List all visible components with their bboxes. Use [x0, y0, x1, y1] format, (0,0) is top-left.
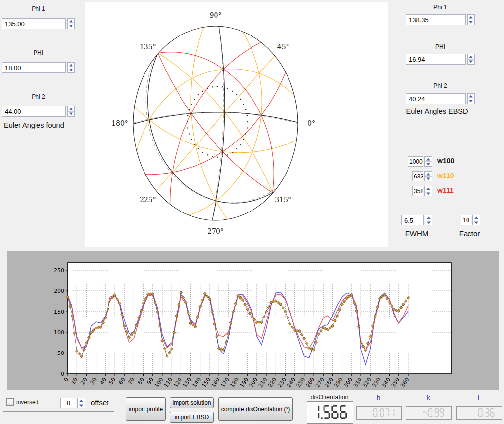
phi2-ebsd-spinbox: 40.24	[406, 93, 475, 104]
PHI-ebsd-value[interactable]: 16.94	[406, 54, 466, 65]
svg-text:180°: 180°	[111, 119, 128, 127]
svg-text:280: 280	[324, 376, 335, 389]
svg-text:340: 340	[380, 376, 392, 389]
spin-down-icon[interactable]	[68, 111, 74, 117]
svg-text:160: 160	[210, 376, 221, 389]
svg-text:290: 290	[333, 376, 344, 389]
svg-text:170: 170	[219, 376, 231, 389]
phi1-ebsd-value[interactable]: 138.35	[406, 14, 466, 25]
svg-text:110: 110	[163, 376, 174, 389]
w110-value[interactable]: 633	[412, 171, 423, 181]
inversed-checkbox[interactable]	[6, 398, 14, 406]
spin-down-icon[interactable]	[425, 161, 432, 166]
PHI-found-value[interactable]: 18.00	[2, 62, 66, 73]
phi2-ebsd-spin-buttons[interactable]	[467, 93, 475, 104]
spin-up-icon[interactable]	[468, 94, 474, 99]
pole-figure-svg: 0°45°90°135°180°225°270°315°	[85, 2, 388, 247]
phi1-ebsd-label: Phi 1	[406, 4, 475, 11]
spin-down-icon[interactable]	[468, 59, 474, 65]
svg-text:310: 310	[352, 376, 363, 389]
l-seven-segment	[457, 407, 501, 418]
spin-up-icon[interactable]	[473, 215, 480, 220]
svg-text:260: 260	[305, 376, 316, 389]
svg-text:50: 50	[108, 376, 117, 386]
spin-down-icon[interactable]	[78, 403, 85, 408]
k-display	[406, 406, 452, 420]
spin-down-icon[interactable]	[468, 20, 474, 25]
phi2-found-value[interactable]: 44.00	[2, 106, 66, 117]
w100-label: w100	[437, 157, 454, 165]
phi2-ebsd-value[interactable]: 40.24	[406, 93, 466, 104]
import-solution-button[interactable]: import solution	[170, 397, 214, 408]
spin-down-icon[interactable]	[473, 220, 480, 225]
offset-label: offset	[91, 398, 108, 407]
spin-down-icon[interactable]	[68, 68, 74, 73]
PHI-ebsd-spin-buttons[interactable]	[467, 54, 475, 65]
h-label: h	[356, 394, 401, 401]
k-label: k	[406, 394, 451, 401]
l-display	[456, 406, 502, 420]
svg-text:120: 120	[172, 376, 183, 389]
phi1-found-value[interactable]: 135.00	[2, 18, 66, 29]
svg-text:270°: 270°	[207, 227, 224, 235]
factor-spin-buttons[interactable]	[472, 215, 480, 225]
phi1-found-spinbox: 135.00	[2, 18, 75, 29]
h-seven-segment	[357, 407, 400, 418]
w111-value[interactable]: 358	[412, 186, 423, 196]
spin-up-icon[interactable]	[468, 15, 474, 20]
euler-angles-found-caption: Euler Angles found	[4, 121, 64, 129]
phi2-found-spinbox: 44.00	[2, 106, 75, 117]
spin-down-icon[interactable]	[425, 176, 432, 181]
import-profile-button[interactable]: import profile	[126, 397, 166, 421]
w111-spin-buttons[interactable]	[424, 186, 432, 196]
factor-value[interactable]: 10	[461, 215, 471, 225]
fwhm-spin-buttons[interactable]	[425, 215, 432, 225]
svg-text:330: 330	[371, 376, 382, 389]
spin-up-icon[interactable]	[68, 63, 74, 68]
spin-up-icon[interactable]	[78, 398, 85, 403]
inversed-label: inversed	[16, 399, 51, 406]
svg-text:320: 320	[361, 376, 373, 389]
spin-up-icon[interactable]	[425, 215, 432, 220]
PHI-found-spin-buttons[interactable]	[67, 62, 75, 73]
PHI-ebsd-spinbox: 16.94	[406, 54, 475, 65]
spin-down-icon[interactable]	[68, 24, 74, 29]
spin-up-icon[interactable]	[425, 172, 432, 176]
svg-text:190: 190	[238, 376, 250, 389]
fwhm-value[interactable]: 6.5	[401, 215, 424, 225]
offset-spinbox: 0	[60, 398, 85, 408]
spin-down-icon[interactable]	[425, 191, 432, 196]
fwhm-label: FWHM	[400, 229, 433, 238]
svg-text:40: 40	[99, 376, 108, 386]
phi1-ebsd-spin-buttons[interactable]	[467, 14, 475, 25]
PHI-found-spinbox: 18.00	[2, 62, 75, 73]
phi1-found-spin-buttons[interactable]	[67, 18, 75, 29]
spin-up-icon[interactable]	[468, 54, 474, 59]
l-label: l	[456, 394, 501, 401]
phi2-found-spin-buttons[interactable]	[67, 106, 75, 117]
spin-down-icon[interactable]	[425, 220, 432, 225]
svg-text:300: 300	[343, 376, 354, 389]
w100-value[interactable]: 1000	[408, 156, 423, 167]
spin-up-icon[interactable]	[68, 19, 74, 24]
offset-spin-buttons[interactable]	[77, 398, 85, 408]
pole-figure-panel: 0°45°90°135°180°225°270°315°	[85, 2, 388, 247]
fwhm-spinbox: 6.5	[401, 215, 432, 225]
spin-up-icon[interactable]	[68, 106, 74, 111]
w100-spin-buttons[interactable]	[424, 156, 432, 167]
compute-disorientation-button[interactable]: compute disOrientation (°)	[218, 397, 293, 421]
svg-text:0°: 0°	[307, 119, 315, 127]
import-ebsd-button[interactable]: import EBSD	[170, 412, 214, 423]
offset-value[interactable]: 0	[60, 398, 76, 408]
svg-text:90°: 90°	[210, 11, 222, 19]
spin-down-icon[interactable]	[468, 99, 474, 104]
w110-spin-buttons[interactable]	[424, 171, 432, 181]
disorientation-label: disOrientation	[307, 394, 352, 401]
spin-up-icon[interactable]	[425, 186, 432, 191]
svg-text:45°: 45°	[277, 43, 289, 51]
spin-up-icon[interactable]	[425, 157, 432, 161]
svg-text:50: 50	[57, 350, 64, 356]
svg-text:150: 150	[201, 376, 212, 389]
phi2-ebsd-label: Phi 2	[406, 82, 475, 89]
k-seven-segment	[406, 407, 450, 418]
